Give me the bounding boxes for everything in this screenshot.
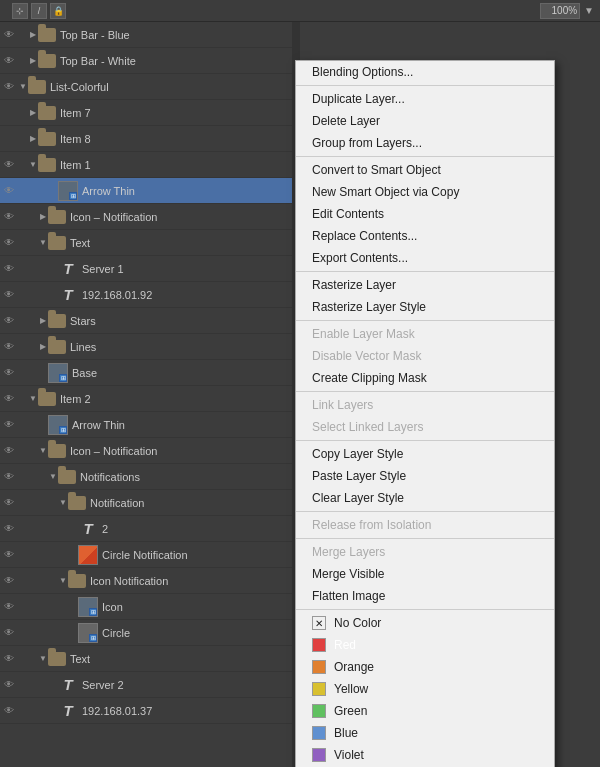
folder-arrow[interactable]: ▶ — [38, 316, 48, 325]
menu-color-item[interactable]: Yellow — [296, 678, 554, 700]
layer-row[interactable]: ▶Item 8 — [0, 126, 292, 152]
eye-icon[interactable]: 👁 — [0, 152, 18, 178]
layer-row[interactable]: 👁T2 — [0, 516, 292, 542]
eye-icon[interactable]: 👁 — [0, 178, 18, 204]
layer-row[interactable]: 👁▶Icon – Notification — [0, 204, 292, 230]
eye-icon[interactable]: 👁 — [0, 256, 18, 282]
eye-icon[interactable]: 👁 — [0, 204, 18, 230]
folder-arrow[interactable]: ▶ — [28, 56, 38, 65]
menu-color-item[interactable]: Violet — [296, 744, 554, 766]
folder-arrow[interactable]: ▼ — [38, 654, 48, 663]
eye-icon[interactable]: 👁 — [0, 74, 18, 100]
layer-row[interactable]: 👁⊞Circle — [0, 620, 292, 646]
layer-row[interactable]: 👁▶Top Bar - Blue — [0, 22, 292, 48]
menu-item-new_smart_copy[interactable]: New Smart Object via Copy — [296, 181, 554, 203]
menu-item-merge_visible[interactable]: Merge Visible — [296, 563, 554, 585]
folder-arrow[interactable]: ▶ — [28, 108, 38, 117]
menu-color-item[interactable]: ✕No Color — [296, 612, 554, 634]
eye-icon[interactable]: 👁 — [0, 282, 18, 308]
folder-arrow[interactable]: ▼ — [28, 394, 38, 403]
eye-icon[interactable] — [0, 100, 18, 126]
folder-arrow[interactable]: ▼ — [58, 576, 68, 585]
lock-paint-icon[interactable]: / — [31, 3, 47, 19]
menu-item-create_clipping[interactable]: Create Clipping Mask — [296, 367, 554, 389]
menu-item-export_contents[interactable]: Export Contents... — [296, 247, 554, 269]
menu-item-duplicate[interactable]: Duplicate Layer... — [296, 88, 554, 110]
layer-row[interactable]: 👁▼Text — [0, 230, 292, 256]
folder-arrow[interactable]: ▶ — [38, 342, 48, 351]
menu-color-item[interactable]: Green — [296, 700, 554, 722]
menu-item-delete[interactable]: Delete Layer — [296, 110, 554, 132]
menu-item-clear_style[interactable]: Clear Layer Style — [296, 487, 554, 509]
fill-input[interactable] — [540, 3, 580, 19]
eye-icon[interactable]: 👁 — [0, 516, 18, 542]
layer-row[interactable]: 👁▼Notification — [0, 490, 292, 516]
eye-icon[interactable]: 👁 — [0, 568, 18, 594]
layer-row[interactable]: 👁▼Icon – Notification — [0, 438, 292, 464]
menu-item-paste_style[interactable]: Paste Layer Style — [296, 465, 554, 487]
menu-item-replace_contents[interactable]: Replace Contents... — [296, 225, 554, 247]
menu-item-group[interactable]: Group from Layers... — [296, 132, 554, 154]
layer-row[interactable]: 👁▶Top Bar - White — [0, 48, 292, 74]
eye-icon[interactable]: 👁 — [0, 490, 18, 516]
layer-row[interactable]: 👁TServer 1 — [0, 256, 292, 282]
folder-arrow[interactable]: ▶ — [28, 134, 38, 143]
layer-row[interactable]: 👁⊞Arrow Thin — [0, 412, 292, 438]
layer-row[interactable]: 👁▼List-Colorful — [0, 74, 292, 100]
menu-item-edit_contents[interactable]: Edit Contents — [296, 203, 554, 225]
menu-item-rasterize_style[interactable]: Rasterize Layer Style — [296, 296, 554, 318]
layer-row[interactable]: 👁T192.168.01.37 — [0, 698, 292, 724]
fill-dropdown-icon[interactable]: ▼ — [584, 5, 594, 16]
layer-row[interactable]: 👁▼Icon Notification — [0, 568, 292, 594]
layer-row[interactable]: 👁TServer 2 — [0, 672, 292, 698]
layer-row[interactable]: 👁⊞Base — [0, 360, 292, 386]
menu-color-item[interactable]: Orange — [296, 656, 554, 678]
folder-arrow[interactable]: ▼ — [38, 238, 48, 247]
folder-arrow[interactable]: ▼ — [48, 472, 58, 481]
menu-color-item[interactable]: Red — [296, 634, 554, 656]
folder-arrow[interactable]: ▶ — [28, 30, 38, 39]
menu-item-blending[interactable]: Blending Options... — [296, 61, 554, 83]
menu-item-disable_vector: Disable Vector Mask — [296, 345, 554, 367]
eye-icon[interactable]: 👁 — [0, 672, 18, 698]
eye-icon[interactable]: 👁 — [0, 438, 18, 464]
folder-arrow[interactable]: ▼ — [38, 446, 48, 455]
folder-arrow[interactable]: ▼ — [28, 160, 38, 169]
layer-row[interactable]: 👁▼Notifications — [0, 464, 292, 490]
lock-position-icon[interactable]: ⊹ — [12, 3, 28, 19]
menu-color-item[interactable]: Blue — [296, 722, 554, 744]
menu-item-copy_style[interactable]: Copy Layer Style — [296, 443, 554, 465]
eye-icon[interactable]: 👁 — [0, 412, 18, 438]
eye-icon[interactable]: 👁 — [0, 386, 18, 412]
layer-row[interactable]: 👁⊞Icon — [0, 594, 292, 620]
eye-icon[interactable]: 👁 — [0, 48, 18, 74]
layer-row[interactable]: 👁▼Item 2 — [0, 386, 292, 412]
folder-arrow[interactable]: ▶ — [38, 212, 48, 221]
eye-icon[interactable]: 👁 — [0, 464, 18, 490]
menu-item-rasterize[interactable]: Rasterize Layer — [296, 274, 554, 296]
layer-row[interactable]: 👁▶Stars — [0, 308, 292, 334]
eye-icon[interactable]: 👁 — [0, 334, 18, 360]
layer-row[interactable]: 👁▶Lines — [0, 334, 292, 360]
eye-icon[interactable]: 👁 — [0, 230, 18, 256]
lock-all-icon[interactable]: 🔒 — [50, 3, 66, 19]
layer-row[interactable]: ▶Item 7 — [0, 100, 292, 126]
folder-arrow[interactable]: ▼ — [18, 82, 28, 91]
folder-arrow[interactable]: ▼ — [58, 498, 68, 507]
eye-icon[interactable]: 👁 — [0, 594, 18, 620]
layer-row[interactable]: 👁Circle Notification — [0, 542, 292, 568]
layer-row[interactable]: 👁T192.168.01.92 — [0, 282, 292, 308]
eye-icon[interactable]: 👁 — [0, 542, 18, 568]
eye-icon[interactable]: 👁 — [0, 360, 18, 386]
eye-icon[interactable]: 👁 — [0, 308, 18, 334]
layer-row[interactable]: 👁⊞Arrow Thin — [0, 178, 292, 204]
layer-row[interactable]: 👁▼Text — [0, 646, 292, 672]
eye-icon[interactable]: 👁 — [0, 698, 18, 724]
eye-icon[interactable]: 👁 — [0, 22, 18, 48]
layer-row[interactable]: 👁▼Item 1 — [0, 152, 292, 178]
menu-item-flatten[interactable]: Flatten Image — [296, 585, 554, 607]
eye-icon[interactable]: 👁 — [0, 646, 18, 672]
eye-icon[interactable]: 👁 — [0, 620, 18, 646]
menu-item-convert_smart[interactable]: Convert to Smart Object — [296, 159, 554, 181]
eye-icon[interactable] — [0, 126, 18, 152]
